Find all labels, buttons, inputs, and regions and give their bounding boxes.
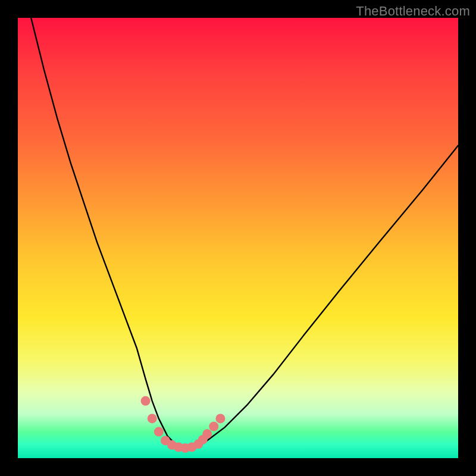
plot-area: [18, 18, 458, 458]
marker-dot: [209, 422, 218, 431]
marker-dot: [148, 414, 157, 423]
marker-dot: [215, 414, 225, 423]
marker-dot: [202, 429, 212, 439]
chart-svg: [18, 18, 458, 458]
bottleneck-curve: [31, 18, 458, 449]
marker-dot: [154, 427, 164, 437]
chart-frame: TheBottleneck.com: [0, 0, 476, 476]
marker-dot: [141, 396, 151, 406]
watermark-text: TheBottleneck.com: [356, 4, 470, 19]
